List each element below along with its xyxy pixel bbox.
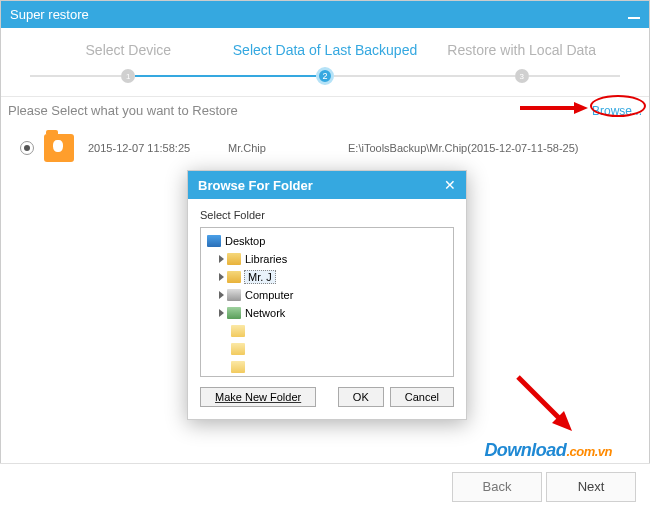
tree-label: Computer [245,289,293,301]
footer: Back Next [0,463,650,509]
tree-item-folder[interactable] [203,358,451,376]
cancel-button[interactable]: Cancel [390,387,454,407]
close-icon[interactable]: ✕ [444,177,456,193]
folder-icon [44,134,74,162]
back-button[interactable]: Back [452,472,542,502]
expand-icon[interactable] [219,273,224,281]
tree-label-selected: Mr. J [244,270,276,284]
step-dot: 2 [316,67,334,85]
step-dot: 3 [515,69,529,83]
user-folder-icon [227,271,241,283]
desktop-icon [207,235,221,247]
next-button[interactable]: Next [546,472,636,502]
tree-label: Network [245,307,285,319]
tree-item-folder[interactable] [203,322,451,340]
tree-item-libraries[interactable]: Libraries [203,250,451,268]
tree-label: Libraries [245,253,287,265]
tree-item-desktop[interactable]: Desktop [203,232,451,250]
folder-icon [231,325,245,337]
network-icon [227,307,241,319]
tree-item-folder[interactable] [203,340,451,358]
folder-tree[interactable]: Desktop Libraries Mr. J Computer Network [200,227,454,377]
libraries-icon [227,253,241,265]
make-new-folder-button[interactable]: Make New Folder [200,387,316,407]
ok-button[interactable]: OK [338,387,384,407]
tree-item-mrj[interactable]: Mr. J [203,268,451,286]
expand-icon[interactable] [219,255,224,263]
folder-icon [231,343,245,355]
dialog-titlebar: Browse For Folder ✕ [188,171,466,199]
browse-folder-dialog: Browse For Folder ✕ Select Folder Deskto… [187,170,467,420]
browse-link[interactable]: Browse... [592,104,642,118]
dialog-subtitle: Select Folder [188,199,466,227]
expand-icon[interactable] [219,309,224,317]
step-dot: 1 [121,69,135,83]
dialog-title: Browse For Folder [198,178,313,193]
tree-item-network[interactable]: Network [203,304,451,322]
expand-icon[interactable] [219,291,224,299]
folder-icon [231,361,245,373]
computer-icon [227,289,241,301]
tree-label: Desktop [225,235,265,247]
tree-item-computer[interactable]: Computer [203,286,451,304]
